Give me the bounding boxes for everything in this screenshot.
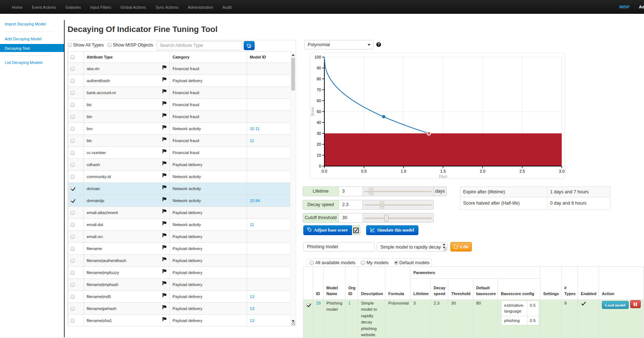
svg-text:50: 50: [317, 109, 321, 114]
svg-text:90: 90: [317, 66, 321, 70]
svg-text:100: 100: [315, 55, 321, 59]
svg-text:2.5: 2.5: [519, 169, 525, 173]
svg-text:30: 30: [317, 131, 321, 136]
svg-text:1.5: 1.5: [440, 169, 446, 173]
svg-text:40: 40: [317, 120, 321, 125]
svg-text:0: 0: [319, 164, 321, 168]
svg-text:Score: Score: [311, 107, 315, 117]
svg-text:0.5: 0.5: [361, 169, 366, 173]
svg-text:Days: Days: [439, 174, 447, 178]
svg-text:10: 10: [317, 153, 321, 157]
svg-text:3.0: 3.0: [559, 169, 564, 173]
svg-text:60: 60: [317, 98, 321, 103]
svg-text:80: 80: [317, 77, 321, 81]
svg-text:0.0: 0.0: [321, 169, 327, 173]
svg-text:70: 70: [317, 88, 321, 92]
svg-text:1.0: 1.0: [401, 169, 406, 173]
svg-text:2.0: 2.0: [480, 169, 485, 173]
svg-text:20: 20: [317, 142, 321, 146]
